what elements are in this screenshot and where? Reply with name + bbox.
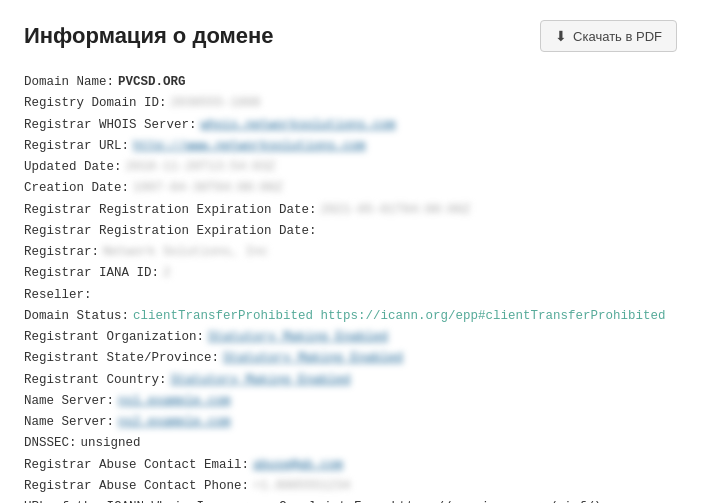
whois-row: Registrar:Network Solutions, Inc bbox=[24, 242, 677, 263]
whois-label: Domain Status: bbox=[24, 306, 129, 327]
whois-label: Updated Date: bbox=[24, 157, 122, 178]
whois-value: abuse@ab.com bbox=[253, 455, 343, 476]
whois-value: ns1.example.com bbox=[118, 391, 231, 412]
whois-label: Domain Name: bbox=[24, 72, 114, 93]
whois-row: Name Server:ns2.example.com bbox=[24, 412, 677, 433]
whois-row: Registrar Registration Expiration Date:2… bbox=[24, 200, 677, 221]
whois-row: Registrar Registration Expiration Date: bbox=[24, 221, 677, 242]
whois-label: Registrar Abuse Contact Email: bbox=[24, 455, 249, 476]
whois-row: Registrar IANA ID:2 bbox=[24, 263, 677, 284]
whois-row: Registrar URL:http://www.networksolution… bbox=[24, 136, 677, 157]
whois-label: Registry Domain ID: bbox=[24, 93, 167, 114]
whois-value: +1.8005551234 bbox=[253, 476, 351, 497]
whois-value: Statutory Making Enabled bbox=[223, 348, 403, 369]
whois-label: Reseller: bbox=[24, 285, 92, 306]
whois-value: Statutory Making Enabled bbox=[208, 327, 388, 348]
whois-label: Registrant Country: bbox=[24, 370, 167, 391]
whois-value: Network Solutions, Inc bbox=[103, 242, 268, 263]
whois-value: PVCSD.ORG bbox=[118, 72, 186, 93]
whois-label: Registrar Registration Expiration Date: bbox=[24, 221, 317, 242]
whois-value: 1997-04-30T04:00:00Z bbox=[133, 178, 283, 199]
whois-value: 2021-05-01T04:00:00Z bbox=[321, 200, 471, 221]
whois-label: Registrar: bbox=[24, 242, 99, 263]
whois-row: Updated Date:2018-11-20T13:54:03Z bbox=[24, 157, 677, 178]
whois-row: Registrant State/Province:Statutory Maki… bbox=[24, 348, 677, 369]
whois-value: 2 bbox=[163, 263, 171, 284]
whois-value: http://www.networksolutions.com bbox=[133, 136, 366, 157]
whois-label: Name Server: bbox=[24, 412, 114, 433]
whois-label: DNSSEC: bbox=[24, 433, 77, 454]
whois-value: unsigned bbox=[81, 433, 141, 454]
whois-label: Creation Date: bbox=[24, 178, 129, 199]
whois-value: ns2.example.com bbox=[118, 412, 231, 433]
download-icon: ⬇ bbox=[555, 28, 567, 44]
whois-label: Registrar WHOIS Server: bbox=[24, 115, 197, 136]
pdf-download-button[interactable]: ⬇ Скачать в PDF bbox=[540, 20, 677, 52]
whois-row: DNSSEC:unsigned bbox=[24, 433, 677, 454]
page-header: Информация о домене ⬇ Скачать в PDF bbox=[24, 20, 677, 52]
whois-label: Registrant State/Province: bbox=[24, 348, 219, 369]
whois-label: Registrant Organization: bbox=[24, 327, 204, 348]
whois-value: whois.networksolutions.com bbox=[201, 115, 396, 136]
pdf-button-label: Скачать в PDF bbox=[573, 29, 662, 44]
whois-row: Name Server:ns1.example.com bbox=[24, 391, 677, 412]
whois-row: Reseller: bbox=[24, 285, 677, 306]
whois-row: Registrant Country:Statutory Making Enab… bbox=[24, 370, 677, 391]
whois-row: Registrant Organization:Statutory Making… bbox=[24, 327, 677, 348]
whois-label: Registrar URL: bbox=[24, 136, 129, 157]
whois-label: Registrar Registration Expiration Date: bbox=[24, 200, 317, 221]
whois-row: URL of the ICANN Whois Inaccuracy Compla… bbox=[24, 497, 677, 503]
whois-label: Registrar IANA ID: bbox=[24, 263, 159, 284]
whois-row: Registrar Abuse Contact Email:abuse@ab.c… bbox=[24, 455, 677, 476]
page-title: Информация о домене bbox=[24, 23, 274, 49]
whois-row: Domain Status:clientTransferProhibited h… bbox=[24, 306, 677, 327]
whois-row: Creation Date:1997-04-30T04:00:00Z bbox=[24, 178, 677, 199]
whois-content: Domain Name:PVCSD.ORGRegistry Domain ID:… bbox=[24, 72, 677, 503]
whois-row: Registry Domain ID:2030555-1808 bbox=[24, 93, 677, 114]
whois-label: Name Server: bbox=[24, 391, 114, 412]
whois-label: Registrar Abuse Contact Phone: bbox=[24, 476, 249, 497]
whois-value: 2018-11-20T13:54:03Z bbox=[126, 157, 276, 178]
whois-value: clientTransferProhibited https://icann.o… bbox=[133, 306, 666, 327]
whois-row: Domain Name:PVCSD.ORG bbox=[24, 72, 677, 93]
whois-row: Registrar WHOIS Server:whois.networksolu… bbox=[24, 115, 677, 136]
whois-row: Registrar Abuse Contact Phone:+1.8005551… bbox=[24, 476, 677, 497]
whois-label: URL of the ICANN Whois Inaccuracy Compla… bbox=[24, 497, 602, 503]
whois-value: 2030555-1808 bbox=[171, 93, 261, 114]
whois-value: Statutory Making Enabled bbox=[171, 370, 351, 391]
